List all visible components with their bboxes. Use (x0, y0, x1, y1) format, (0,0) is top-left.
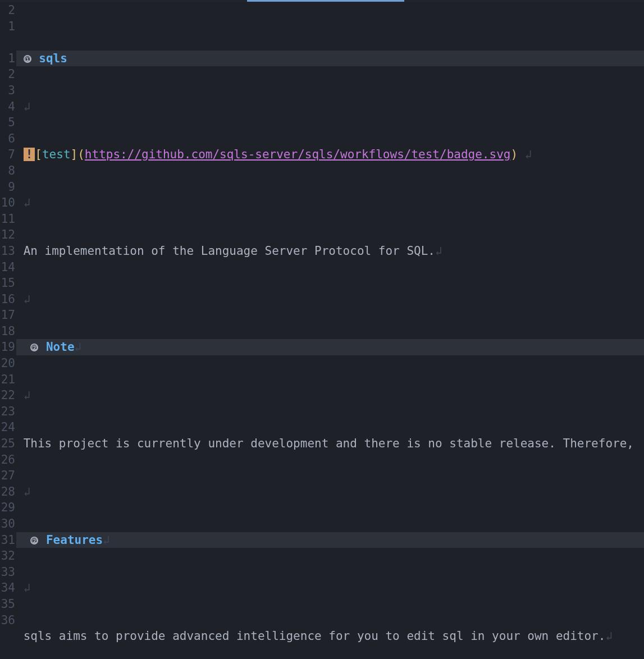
line-number: 15 (0, 275, 15, 291)
line-number: 4 (0, 99, 15, 115)
text-line: ↲ (16, 387, 644, 404)
line-number: 10 (0, 195, 15, 211)
line-number: 31 (0, 532, 15, 548)
line-number: 29 (0, 500, 15, 516)
line-number: 9 (0, 179, 15, 195)
line-number: 6 (0, 131, 15, 147)
heading-level-icon: ② (30, 344, 38, 351)
line-number: 1 (0, 19, 15, 35)
line-number: 20 (0, 355, 15, 372)
line-number: 3 (0, 83, 15, 99)
line-number: 7 (0, 147, 15, 163)
active-tab-indicator (247, 0, 404, 2)
text-line: ↲ (16, 291, 644, 308)
line-number: 34 (0, 580, 15, 596)
text-line: sqls aims to provide advanced intelligen… (16, 628, 644, 644)
heading-h2: ② Features↲ (16, 532, 644, 548)
line-number: 16 (0, 291, 15, 308)
line-number: 24 (0, 419, 15, 436)
editor[interactable]: 2112345678910111213141516171819202122232… (0, 2, 644, 659)
heading-h2: ② Note↲ (16, 339, 644, 355)
link-url[interactable]: https://github.com/sqls-server/sqls/work… (85, 148, 511, 161)
heading-level-icon: ② (30, 537, 38, 544)
text-line: ↲ (16, 580, 644, 596)
line-number: 12 (0, 227, 15, 243)
line-number: 35 (0, 596, 15, 612)
line-number: 13 (0, 243, 15, 259)
line-number: 27 (0, 468, 15, 484)
heading-level-icon: ① (24, 55, 31, 63)
line-number: 2 (0, 66, 15, 83)
line-number: 33 (0, 564, 15, 580)
text-line: ↲ (16, 484, 644, 500)
text-line: ↲ (16, 99, 644, 115)
line-number: 14 (0, 259, 15, 276)
line-number: 23 (0, 404, 15, 420)
line-number: 25 (0, 436, 15, 452)
line-number: 32 (0, 548, 15, 564)
badge-link-line: ![test](https://github.com/sqls-server/s… (16, 147, 644, 163)
line-number: 17 (0, 307, 15, 323)
line-number: 11 (0, 211, 15, 227)
tab-bar (0, 0, 644, 2)
line-number (0, 34, 15, 51)
line-number: 8 (0, 163, 15, 179)
line-number: 22 (0, 387, 15, 404)
line-number: 36 (0, 612, 15, 629)
line-number: 19 (0, 339, 15, 355)
line-number: 21 (0, 372, 15, 388)
heading-h1: ① sqls (16, 51, 644, 67)
code-area[interactable]: ① sqls ↲ ![test](https://github.com/sqls… (16, 2, 644, 659)
line-number: 18 (0, 323, 15, 340)
line-number: 5 (0, 115, 15, 131)
text-line: ↲ (16, 195, 644, 211)
line-number: 30 (0, 516, 15, 532)
line-number-gutter: 2112345678910111213141516171819202122232… (0, 2, 16, 659)
line-number: 28 (0, 484, 15, 500)
line-number: 1 (0, 51, 15, 67)
line-number: 26 (0, 452, 15, 468)
text-line: An implementation of the Language Server… (16, 243, 644, 259)
text-line: This project is currently under developm… (16, 436, 644, 452)
image-bang: ! (24, 148, 35, 161)
line-number: 2 (0, 2, 15, 19)
link-text: test (42, 148, 71, 161)
